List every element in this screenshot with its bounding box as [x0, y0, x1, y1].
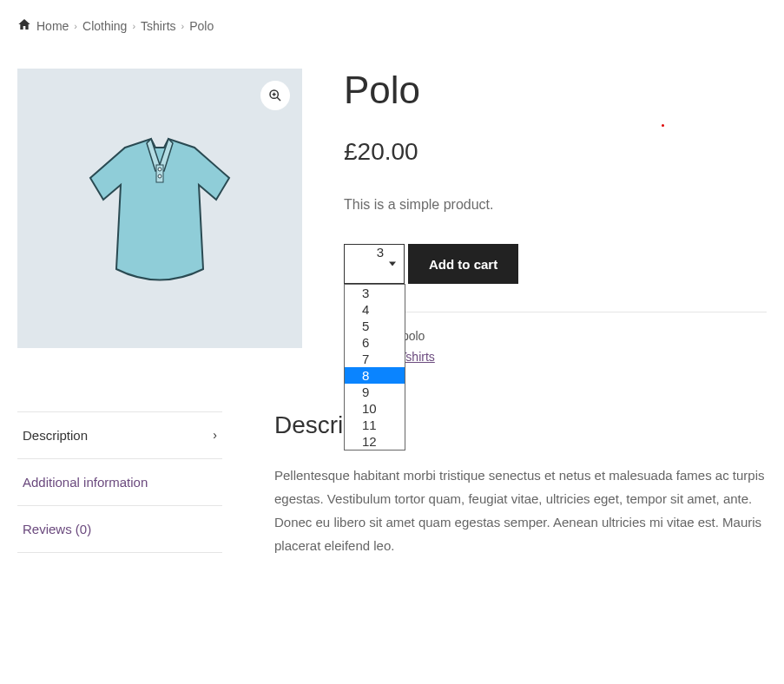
home-icon	[17, 17, 31, 34]
product-main: Polo £20.00 This is a simple product. 3 …	[17, 69, 767, 368]
zoom-icon[interactable]	[260, 81, 290, 110]
quantity-option[interactable]: 8	[345, 367, 405, 384]
tab-label: Reviews (0)	[23, 522, 91, 536]
quantity-option[interactable]: 3	[345, 285, 405, 301]
tab-label: Additional information	[23, 475, 148, 490]
breadcrumb-current: Polo	[189, 19, 214, 33]
quantity-select-wrap: 3 3456789101112	[344, 244, 405, 284]
product-gallery	[17, 69, 302, 368]
quantity-option[interactable]: 7	[345, 351, 405, 367]
breadcrumb-home[interactable]: Home	[36, 19, 69, 33]
product-price: £20.00	[344, 138, 767, 166]
add-to-cart-button[interactable]: Add to cart	[408, 244, 518, 284]
tab-description[interactable]: Description ›	[17, 411, 222, 459]
quantity-option[interactable]: 12	[345, 433, 405, 450]
tab-label: Description	[23, 428, 88, 443]
breadcrumb: Home › Clothing › Tshirts › Polo	[17, 17, 767, 34]
quantity-option[interactable]: 9	[345, 384, 405, 400]
product-meta: SKU: woo-polo Category: Tshirts	[344, 312, 767, 368]
tab-reviews[interactable]: Reviews (0)	[17, 506, 222, 553]
product-short-description: This is a simple product.	[344, 197, 767, 213]
chevron-right-icon: ›	[132, 21, 135, 31]
quantity-option[interactable]: 4	[345, 301, 405, 318]
quantity-dropdown: 3456789101112	[344, 284, 405, 451]
tab-list: Description › Additional information Rev…	[17, 411, 222, 557]
indicator-dot	[662, 124, 664, 127]
breadcrumb-clothing[interactable]: Clothing	[82, 19, 127, 33]
quantity-option[interactable]: 10	[345, 400, 405, 417]
quantity-option[interactable]: 11	[345, 417, 405, 433]
add-to-cart-form: 3 3456789101112 Add to cart	[344, 244, 767, 284]
chevron-right-icon: ›	[181, 21, 185, 31]
product-image[interactable]	[17, 69, 302, 348]
quantity-select[interactable]: 3	[344, 244, 405, 284]
svg-point-2	[158, 174, 161, 178]
quantity-option[interactable]: 5	[345, 318, 405, 334]
product-title: Polo	[344, 69, 767, 112]
meta-category: Category: Tshirts	[344, 347, 767, 368]
product-summary: Polo £20.00 This is a simple product. 3 …	[344, 69, 767, 368]
tab-additional-info[interactable]: Additional information	[17, 459, 222, 506]
svg-line-4	[277, 97, 280, 101]
breadcrumb-tshirts[interactable]: Tshirts	[141, 19, 175, 33]
chevron-right-icon: ›	[213, 428, 217, 442]
tab-body: Pellentesque habitant morbi tristique se…	[274, 464, 767, 557]
meta-sku: SKU: woo-polo	[344, 326, 767, 347]
chevron-right-icon: ›	[74, 21, 77, 31]
svg-point-1	[158, 168, 161, 171]
quantity-option[interactable]: 6	[345, 334, 405, 351]
